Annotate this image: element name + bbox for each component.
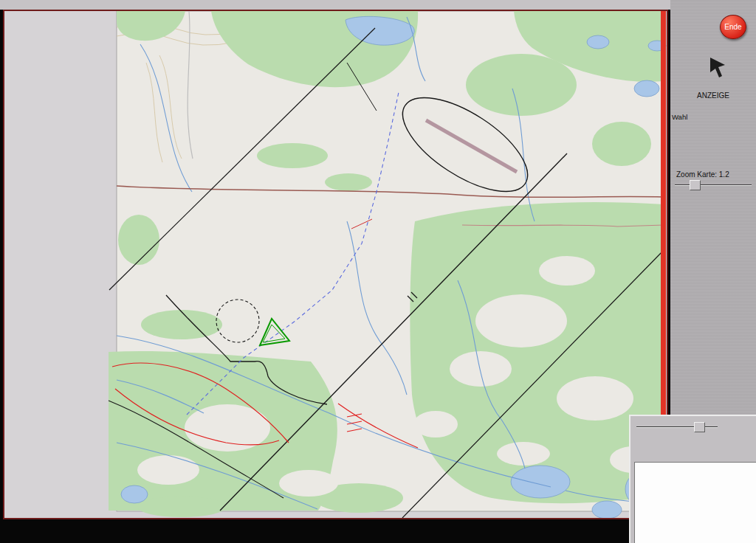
time-slider-handle[interactable] bbox=[694, 422, 705, 432]
menu-bar bbox=[0, 0, 670, 10]
time-slider-track bbox=[636, 426, 718, 428]
anzeige-title: ANZEIGE bbox=[670, 91, 756, 100]
time-slider[interactable] bbox=[632, 421, 722, 432]
playback-panel bbox=[629, 415, 756, 543]
cursor-icon bbox=[709, 56, 728, 78]
anzeige-section: ANZEIGE bbox=[670, 91, 756, 100]
bottom-bar bbox=[0, 519, 629, 543]
zoom-slider-handle[interactable] bbox=[690, 180, 701, 190]
map-window[interactable] bbox=[3, 10, 668, 519]
map-edge-marker bbox=[661, 11, 666, 418]
zoom-slider[interactable] bbox=[670, 179, 756, 190]
zoom-label: Zoom Karte: 1.2 bbox=[670, 170, 756, 179]
zoom-slider-track bbox=[675, 184, 752, 186]
tactical-map[interactable] bbox=[4, 11, 667, 518]
ende-button[interactable]: Ende bbox=[720, 15, 746, 39]
zoom-control: Zoom Karte: 1.2 bbox=[670, 170, 756, 190]
event-log[interactable] bbox=[634, 462, 756, 543]
wahl-label: Wahl bbox=[672, 113, 687, 121]
